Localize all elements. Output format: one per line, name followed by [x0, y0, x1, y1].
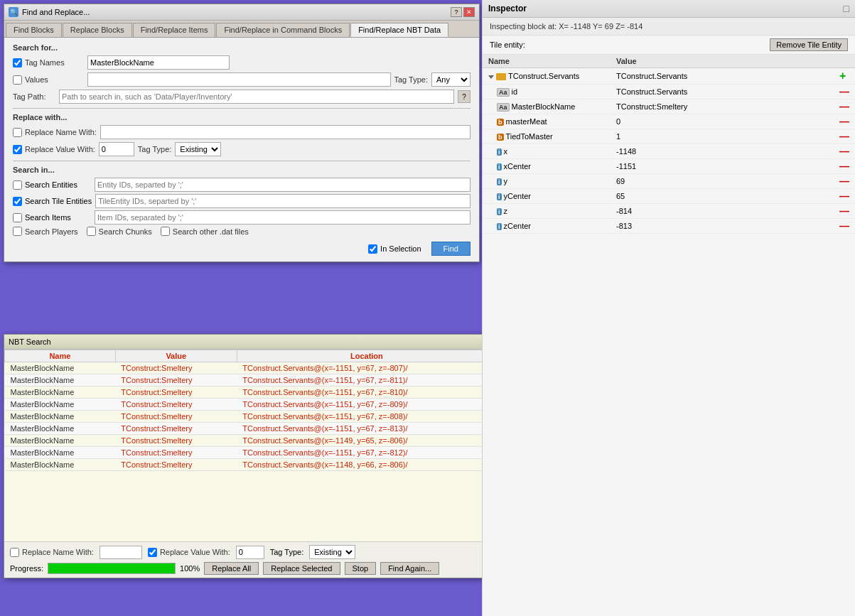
search-entities-checkbox[interactable] [13, 180, 22, 190]
nbt-table-row[interactable]: MasterBlockName TConstruct:Smeltery TCon… [5, 387, 497, 399]
inspector-table: Name Value TConstruct.Servants TConstruc… [483, 55, 855, 234]
search-tile-entities-label: Search Tile Entities [13, 197, 92, 206]
inspector-cell-value: -1151 [611, 159, 834, 174]
remove-row-button[interactable]: — [839, 86, 849, 97]
inspector-remove-action: — [834, 174, 855, 189]
replace-value-input[interactable] [99, 142, 134, 156]
tag-path-input[interactable] [59, 90, 454, 104]
inspector-table-row[interactable]: TConstruct.Servants TConstruct.Servants … [483, 68, 855, 85]
tag-path-help[interactable]: ? [458, 90, 470, 103]
nbt-tag-type-select[interactable]: Existing Any String [309, 545, 355, 559]
nbt-replace-value-checkbox[interactable] [148, 548, 157, 557]
remove-row-button[interactable]: — [839, 146, 849, 157]
inspector-cell-value: 0 [611, 114, 834, 129]
tab-find-replace-command-blocks[interactable]: Find/Replace in Command Blocks [216, 23, 350, 37]
replace-value-checkbox[interactable] [13, 145, 22, 154]
nbt-table-row[interactable]: MasterBlockName TConstruct:Smeltery TCon… [5, 362, 497, 374]
search-entities-input[interactable] [95, 178, 470, 192]
tag-names-checkbox[interactable] [13, 58, 22, 67]
in-selection-checkbox[interactable] [368, 244, 377, 254]
add-button[interactable]: + [839, 70, 846, 82]
nbt-table-row[interactable]: MasterBlockName TConstruct:Smeltery TCon… [5, 459, 497, 471]
search-items-row: Search Items [13, 210, 470, 225]
nbt-replace-value-input[interactable] [236, 546, 264, 559]
nbt-results-scroll[interactable]: Name Value Location MasterBlockName TCon… [4, 350, 497, 541]
nbt-table-row[interactable]: MasterBlockName TConstruct:Smeltery TCon… [5, 435, 497, 447]
nbt-cell-name: MasterBlockName [5, 447, 116, 459]
nbt-cell-name: MasterBlockName [5, 399, 116, 411]
tab-find-blocks[interactable]: Find Blocks [6, 23, 62, 37]
inspector-table-row[interactable]: Aaid TConstruct.Servants — [483, 85, 855, 99]
remove-row-button[interactable]: — [839, 116, 849, 127]
maximize-icon[interactable]: □ [844, 3, 849, 14]
inspector-table-row[interactable]: ix -1148 — [483, 144, 855, 159]
inspector-titlebar: Inspector □ [483, 0, 855, 18]
nbt-results-table: Name Value Location MasterBlockName TCon… [4, 350, 497, 471]
search-players-checkbox[interactable] [13, 227, 22, 236]
remove-row-button[interactable]: — [839, 101, 849, 112]
inspector-table-row[interactable]: iz -814 — [483, 204, 855, 219]
progress-container: Progress: 100% [10, 563, 200, 574]
inspector-table-row[interactable]: iy 69 — [483, 174, 855, 189]
nbt-replace-name-input[interactable] [100, 546, 142, 559]
search-items-checkbox[interactable] [13, 213, 22, 222]
progress-percent: 100% [180, 564, 200, 573]
remove-row-button[interactable]: — [839, 175, 849, 187]
values-input[interactable] [87, 72, 391, 87]
find-again-button[interactable]: Find Again... [380, 562, 439, 575]
tag-type-select[interactable]: Any String Int Byte Float [431, 72, 470, 87]
remove-tile-entity-button[interactable]: Remove Tile Entity [770, 38, 848, 51]
int-tag-icon: i [497, 178, 502, 185]
find-replace-icon: 🔍 [9, 7, 18, 17]
replace-all-button[interactable]: Replace All [204, 562, 259, 575]
inspector-table-row[interactable]: ixCenter -1151 — [483, 159, 855, 174]
search-chunks-checkbox[interactable] [87, 227, 96, 236]
byte-tag-icon: b [497, 119, 504, 126]
remove-row-button[interactable]: — [839, 131, 849, 142]
tab-replace-blocks[interactable]: Replace Blocks [63, 23, 132, 37]
nbt-replace-name-checkbox[interactable] [10, 548, 19, 557]
replace-name-checkbox[interactable] [13, 128, 22, 137]
inspector-table-row[interactable]: izCenter -813 — [483, 219, 855, 234]
inspector-cell-value: TConstruct:Smeltery [611, 99, 834, 114]
remove-row-button[interactable]: — [839, 190, 849, 202]
nbt-table-row[interactable]: MasterBlockName TConstruct:Smeltery TCon… [5, 399, 497, 411]
values-checkbox[interactable] [13, 75, 22, 85]
folder-icon [496, 73, 506, 80]
remove-row-button[interactable]: — [839, 161, 849, 172]
tag-names-input[interactable] [87, 55, 230, 70]
tab-find-replace-items[interactable]: Find/Replace Items [133, 23, 216, 37]
help-button[interactable]: ? [451, 7, 462, 17]
close-button[interactable]: ✕ [463, 7, 475, 17]
tile-entity-row: Tile entity: Remove Tile Entity [483, 36, 855, 55]
expand-arrow[interactable] [488, 75, 494, 79]
nbt-cell-value: TConstruct:Smeltery [115, 411, 237, 423]
search-tile-entities-checkbox[interactable] [13, 197, 22, 206]
nbt-table-row[interactable]: MasterBlockName TConstruct:Smeltery TCon… [5, 411, 497, 423]
replace-name-input[interactable] [100, 125, 470, 139]
nbt-table-row[interactable]: MasterBlockName TConstruct:Smeltery TCon… [5, 423, 497, 435]
search-tile-entities-input[interactable] [95, 194, 470, 208]
inspector-table-row[interactable]: bmasterMeat 0 — [483, 114, 855, 129]
search-items-input[interactable] [95, 210, 470, 225]
replace-selected-button[interactable]: Replace Selected [263, 562, 340, 575]
stop-button[interactable]: Stop [345, 562, 377, 575]
nbt-table-row[interactable]: MasterBlockName TConstruct:Smeltery TCon… [5, 447, 497, 459]
col-header-value: Value [115, 350, 237, 362]
remove-row-button[interactable]: — [839, 205, 849, 217]
inspector-table-row[interactable]: bTiedToMaster 1 — [483, 129, 855, 144]
inspector-cell-name: izCenter [483, 219, 611, 234]
replace-tag-type-select[interactable]: Existing Any String Int Byte [175, 142, 221, 156]
nbt-cell-location: TConstruct.Servants@(x=-1151, y=67, z=-8… [237, 423, 496, 435]
inspector-cell-name: ix [483, 144, 611, 159]
nbt-table-row[interactable]: MasterBlockName TConstruct:Smeltery TCon… [5, 374, 497, 387]
tab-find-replace-nbt-data[interactable]: Find/Replace NBT Data [350, 23, 448, 37]
inspector-remove-action: — [834, 204, 855, 219]
search-other-dat-checkbox[interactable] [161, 227, 170, 236]
find-button[interactable]: Find [431, 242, 470, 256]
inspector-table-row[interactable]: AaMasterBlockName TConstruct:Smeltery — [483, 99, 855, 114]
inspector-table-row[interactable]: iyCenter 65 — [483, 189, 855, 204]
inspector-remove-action: — [834, 114, 855, 129]
inspector-cell-name: bTiedToMaster [483, 129, 611, 144]
remove-row-button[interactable]: — [839, 220, 849, 232]
